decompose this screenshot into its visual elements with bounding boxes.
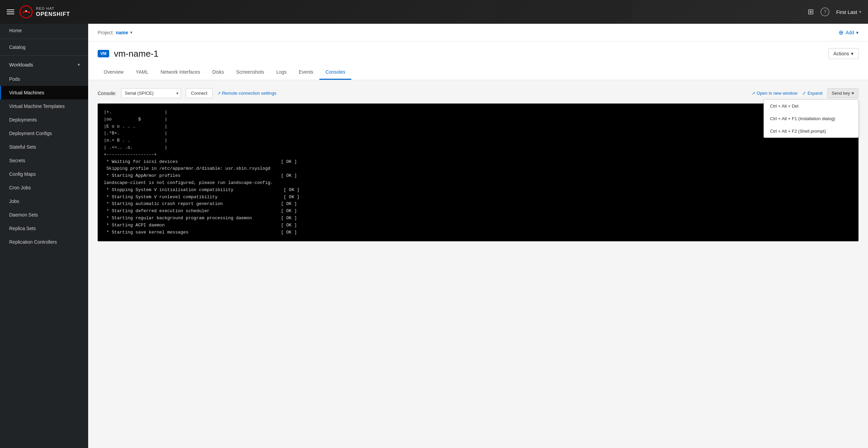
- vm-title: VM vm-name-1: [98, 49, 158, 59]
- send-key-ctrl-alt-f1[interactable]: Ctrl + Alt + F1 (Installation dialog): [764, 112, 858, 125]
- user-name: First Last: [836, 9, 857, 15]
- redhat-logo-icon: [20, 5, 33, 18]
- sidebar-item-virtual-machine-templates[interactable]: Virtual Machine Templates: [0, 99, 88, 113]
- open-in-new-window-link[interactable]: ↗ Open in new window: [752, 91, 797, 96]
- sidebar: Home Catalog Workloads ▾ Pods Virtual Ma…: [0, 24, 88, 448]
- add-plus-icon: ⊕: [839, 29, 844, 36]
- sidebar-item-workloads[interactable]: Workloads ▾: [0, 57, 88, 72]
- terminal-console[interactable]: |+. | |oo $ | |E o o . . . | |.*B+. | |o…: [98, 104, 859, 241]
- sidebar-item-home[interactable]: Home: [0, 24, 88, 37]
- send-key-ctrl-alt-f2[interactable]: Ctrl + Alt + F2 (Shell prompt): [764, 125, 858, 137]
- tab-yaml[interactable]: YAML: [130, 65, 154, 80]
- workloads-chevron-icon: ▾: [78, 62, 80, 67]
- tab-overview[interactable]: Overview: [98, 65, 130, 80]
- grid-icon[interactable]: ⊞: [808, 7, 814, 16]
- tab-consoles[interactable]: Consoles: [319, 65, 351, 80]
- add-button[interactable]: ⊕ Add ▾: [839, 29, 859, 36]
- console-bar: Console: Serial (SPICE) VNC Serial (Desk…: [98, 88, 859, 98]
- console-label: Console:: [98, 91, 116, 96]
- actions-button[interactable]: Actions ▾: [828, 48, 859, 59]
- sidebar-item-replica-sets[interactable]: Replica Sets: [0, 222, 88, 235]
- send-key-button[interactable]: Send key ▾: [827, 88, 859, 98]
- sidebar-item-catalog[interactable]: Catalog: [0, 40, 88, 54]
- sidebar-item-virtual-machines[interactable]: Virtual Machines: [0, 86, 88, 99]
- expand-link[interactable]: ⤢ Expand: [802, 91, 823, 96]
- sidebar-item-config-maps[interactable]: Config Maps: [0, 167, 88, 181]
- project-name: name: [116, 30, 128, 35]
- add-chevron-icon: ▾: [856, 30, 859, 35]
- vm-tabs: Overview YAML Network Interfaces Disks S…: [98, 65, 859, 80]
- project-chevron-icon: ▾: [130, 30, 133, 35]
- help-icon[interactable]: ?: [821, 7, 829, 16]
- top-navigation: RED HAT OPENSHIFT ⊞ ? First Last ▾: [0, 0, 868, 24]
- sidebar-item-pods[interactable]: Pods: [0, 72, 88, 86]
- vm-badge: VM: [98, 50, 109, 57]
- add-label: Add: [846, 30, 854, 35]
- sidebar-item-jobs[interactable]: Jobs: [0, 194, 88, 208]
- external-link-icon: ↗: [217, 91, 221, 96]
- hamburger-menu[interactable]: [7, 10, 14, 14]
- tab-screenshots[interactable]: Scrreenshots: [230, 65, 270, 80]
- console-type-select-wrap: Serial (SPICE) VNC Serial (Desktop Viewe…: [121, 88, 181, 98]
- actions-chevron-icon: ▾: [851, 51, 853, 56]
- send-key-dropdown: Ctrl + Alt + Del Ctrl + Alt + F1 (Instal…: [764, 99, 859, 138]
- sidebar-item-daemon-sets[interactable]: Daemon Sets: [0, 208, 88, 222]
- project-selector[interactable]: Project: name ▾: [98, 30, 133, 35]
- tab-disks[interactable]: Disks: [206, 65, 230, 80]
- sidebar-divider-1: [0, 39, 88, 39]
- connect-button[interactable]: Connect: [186, 88, 212, 98]
- vm-header: VM vm-name-1 Actions ▾ Overview YAML Net…: [88, 41, 868, 80]
- brand-logo-area: RED HAT OPENSHIFT: [20, 5, 70, 18]
- actions-label: Actions: [833, 51, 849, 56]
- send-key-wrapper: Send key ▾ Ctrl + Alt + Del Ctrl + Alt +…: [827, 88, 859, 98]
- expand-icon: ⤢: [802, 91, 806, 96]
- main-content: Project: name ▾ ⊕ Add ▾ VM vm-name-1 Act…: [88, 24, 868, 448]
- sidebar-item-deployment-configs[interactable]: Deployment Configs: [0, 127, 88, 140]
- send-key-ctrl-alt-del[interactable]: Ctrl + Alt + Del: [764, 100, 858, 112]
- project-label: Project:: [98, 30, 114, 35]
- send-key-chevron-icon: ▾: [852, 91, 854, 96]
- remote-connection-link[interactable]: ↗ Remote connection settings: [217, 91, 276, 96]
- user-menu[interactable]: First Last ▾: [836, 9, 861, 15]
- tab-logs[interactable]: Logs: [270, 65, 293, 80]
- tab-network-interfaces[interactable]: Network Interfaces: [154, 65, 206, 80]
- sidebar-item-deployments[interactable]: Deployments: [0, 113, 88, 127]
- sidebar-item-cron-jobs[interactable]: Cron Jobs: [0, 181, 88, 194]
- user-menu-chevron-icon: ▾: [859, 10, 861, 14]
- sidebar-item-stateful-sets[interactable]: Stateful Sets: [0, 140, 88, 154]
- sidebar-item-replication-controllers[interactable]: Replication Controllers: [0, 235, 88, 249]
- new-window-icon: ↗: [752, 91, 755, 96]
- vm-title-row: VM vm-name-1 Actions ▾: [98, 48, 859, 59]
- sidebar-divider-2: [0, 55, 88, 56]
- sidebar-item-secrets[interactable]: Secrets: [0, 154, 88, 167]
- send-key-label: Send key: [832, 91, 850, 96]
- console-section: Console: Serial (SPICE) VNC Serial (Desk…: [88, 80, 868, 249]
- brand-text: RED HAT OPENSHIFT: [36, 6, 70, 17]
- project-bar: Project: name ▾ ⊕ Add ▾: [88, 24, 868, 41]
- tab-events[interactable]: Events: [293, 65, 319, 80]
- console-type-select[interactable]: Serial (SPICE) VNC Serial (Desktop Viewe…: [121, 88, 181, 98]
- vm-name: vm-name-1: [114, 49, 158, 59]
